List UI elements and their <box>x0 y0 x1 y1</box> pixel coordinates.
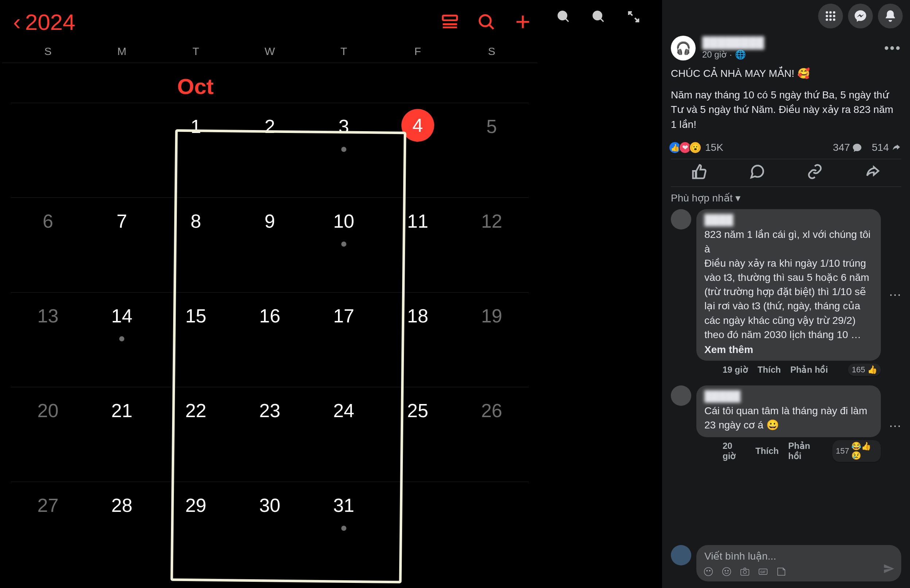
share-button[interactable] <box>865 163 881 182</box>
calendar-day[interactable]: 1 <box>159 103 233 197</box>
calendar-grid: 1234567891011121314151617181920212223242… <box>2 103 538 576</box>
gif-icon[interactable]: GIF <box>758 566 769 577</box>
search-icon[interactable] <box>472 7 501 36</box>
calendar-day[interactable]: 14 <box>85 292 159 387</box>
comment-like-button[interactable]: Thích <box>758 365 781 375</box>
calendar-day[interactable]: 19 <box>455 292 529 387</box>
calendar-day[interactable]: 9 <box>233 197 307 292</box>
post-more-icon[interactable]: ••• <box>884 40 901 56</box>
post-header: 🎧 ████████ 20 giờ · 🌐 ••• <box>671 36 901 60</box>
day-number: 27 <box>37 494 59 516</box>
self-avatar[interactable] <box>671 545 691 565</box>
comment-sort[interactable]: Phù hợp nhất ▾ <box>662 187 910 209</box>
day-number: 4 <box>402 109 434 142</box>
svg-point-24 <box>833 19 836 21</box>
camera-icon[interactable] <box>739 566 750 577</box>
comment-reply-button[interactable]: Phản hồi <box>788 441 823 461</box>
day-number: 11 <box>407 210 428 232</box>
calendar-day[interactable]: 23 <box>233 387 307 481</box>
calendar-day[interactable]: 15 <box>159 292 233 387</box>
event-dot <box>341 526 347 531</box>
comment-text: 823 năm 1 lần cái gì, xl với chúng tôi à… <box>704 227 873 342</box>
emoji-icon[interactable] <box>721 566 732 577</box>
list-view-icon[interactable] <box>435 7 465 36</box>
event-dot <box>341 147 347 152</box>
calendar-day[interactable]: 2 <box>233 103 307 197</box>
comment-text: Cái tôi quan tâm là tháng này đi làm 23 … <box>704 404 873 432</box>
comment-input[interactable]: Viết bình luận... GIF <box>696 545 901 582</box>
calendar-day[interactable]: 22 <box>159 387 233 481</box>
comment-author[interactable]: ████ <box>704 214 873 226</box>
zoom-in-icon[interactable] <box>556 10 571 26</box>
day-number: 15 <box>185 305 206 327</box>
post-author-avatar[interactable]: 🎧 <box>671 36 696 60</box>
comment-meta: 20 giờ Thích Phản hồi 157😂👍😢 <box>722 440 881 462</box>
svg-line-12 <box>601 19 603 21</box>
zoom-out-icon[interactable] <box>591 10 606 26</box>
comment-bubble[interactable]: █████ Cái tôi quan tâm là tháng này đi l… <box>696 385 881 437</box>
post-author-name[interactable]: ████████ <box>702 36 878 49</box>
ios-calendar: ‹ 2024 SMTWTFS Oct 123456789101112131415… <box>0 0 539 588</box>
calendar-day[interactable]: 3 <box>307 103 381 197</box>
reactions-summary[interactable]: 👍 ❤ 😮 15K 347 514 <box>671 141 901 159</box>
calendar-day[interactable]: 11 <box>381 197 455 292</box>
sticker-icon[interactable] <box>776 566 787 577</box>
comment-bubble[interactable]: ████ 823 năm 1 lần cái gì, xl với chúng … <box>696 209 881 361</box>
calendar-day[interactable]: 4 <box>381 103 455 197</box>
notifications-icon[interactable] <box>878 4 903 28</box>
calendar-day[interactable]: 30 <box>233 481 307 576</box>
calendar-day[interactable]: 24 <box>307 387 381 481</box>
comment-reaction-pill[interactable]: 165👍 <box>848 363 881 376</box>
comment-reaction-pill[interactable]: 157😂👍😢 <box>832 440 881 462</box>
comment-button[interactable] <box>749 163 765 182</box>
comment-avatar[interactable] <box>671 385 691 406</box>
svg-point-23 <box>829 19 832 21</box>
messenger-icon[interactable] <box>848 4 873 28</box>
calendar-day[interactable]: 31 <box>307 481 381 576</box>
calendar-day[interactable]: 25 <box>381 387 455 481</box>
calendar-day[interactable]: 12 <box>455 197 529 292</box>
calendar-day[interactable]: 17 <box>307 292 381 387</box>
add-event-icon[interactable] <box>508 7 538 36</box>
like-button[interactable] <box>691 163 708 182</box>
calendar-day[interactable]: 28 <box>85 481 159 576</box>
comment-more-icon[interactable]: ⋯ <box>889 418 901 433</box>
calendar-day[interactable]: 10 <box>307 197 381 292</box>
calendar-day[interactable]: 29 <box>159 481 233 576</box>
day-number: 28 <box>111 494 132 516</box>
calendar-day[interactable]: 26 <box>455 387 529 481</box>
calendar-day[interactable]: 6 <box>11 197 85 292</box>
copy-link-button[interactable] <box>807 163 823 182</box>
comment-reply-button[interactable]: Phản hồi <box>790 365 828 375</box>
calendar-day[interactable]: 8 <box>159 197 233 292</box>
post-action-bar <box>671 159 901 187</box>
day-number: 13 <box>37 305 59 327</box>
calendar-day[interactable]: 21 <box>85 387 159 481</box>
calendar-day[interactable]: 13 <box>11 292 85 387</box>
comment-author[interactable]: █████ <box>704 391 873 402</box>
month-label: Oct <box>177 74 538 99</box>
calendar-day[interactable]: 18 <box>381 292 455 387</box>
comment-avatar[interactable] <box>671 209 691 229</box>
calendar-day[interactable]: 20 <box>11 387 85 481</box>
comment-more-icon[interactable]: ⋯ <box>889 288 901 302</box>
calendar-day[interactable]: 27 <box>11 481 85 576</box>
day-number: 18 <box>407 305 428 327</box>
calendar-day <box>85 103 159 197</box>
comment: █████ Cái tôi quan tâm là tháng này đi l… <box>671 385 901 466</box>
day-number: 17 <box>333 305 355 327</box>
day-number: 21 <box>111 400 132 422</box>
see-more[interactable]: Xem thêm <box>704 344 873 355</box>
comment-time: 20 giờ <box>722 441 746 461</box>
calendar-day[interactable]: 7 <box>85 197 159 292</box>
back-to-year[interactable]: ‹ 2024 <box>2 9 76 35</box>
menu-grid-icon[interactable] <box>818 4 843 28</box>
fullscreen-icon[interactable] <box>627 10 641 26</box>
weekday-label: T <box>159 45 233 58</box>
send-icon[interactable] <box>883 563 895 577</box>
calendar-day[interactable]: 16 <box>233 292 307 387</box>
post-text: CHÚC CẢ NHÀ MAY MẮN! 🥰 Năm nay tháng 10 … <box>671 66 901 132</box>
comment-like-button[interactable]: Thích <box>755 446 779 456</box>
calendar-day[interactable]: 5 <box>455 103 529 197</box>
avatar-sticker-icon[interactable] <box>703 566 714 577</box>
